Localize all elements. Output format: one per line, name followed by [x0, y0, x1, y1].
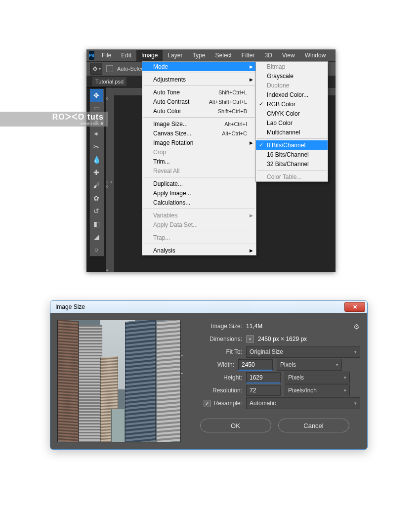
dodge-tool[interactable]: ○ [90, 243, 103, 256]
mode-menu-item-multichannel[interactable]: Multichannel [256, 128, 328, 137]
submenu-arrow-icon: ▶ [250, 77, 253, 82]
image-menu-item-crop: Crop [142, 147, 256, 157]
watermark-brand: ROᐳᐸO tuts [52, 113, 104, 121]
menu-select[interactable]: Select [210, 50, 236, 61]
menu-3d[interactable]: 3D [259, 50, 277, 61]
cancel-button[interactable]: Cancel [278, 419, 349, 432]
eraser-tool[interactable]: ◧ [90, 217, 103, 230]
image-menu-item-image-rotation[interactable]: Image Rotation▶ [142, 138, 256, 147]
resample-select[interactable]: Automatic▾ [246, 397, 360, 409]
menu-filter[interactable]: Filter [237, 50, 260, 61]
ok-button[interactable]: OK [200, 419, 271, 432]
mode-menu-item-8-bits-channel[interactable]: ✓8 Bits/Channel [256, 140, 328, 150]
mode-menu-item-color-table: Color Table... [256, 172, 328, 181]
check-icon: ✓ [259, 101, 263, 107]
mode-menu-item-16-bits-channel[interactable]: 16 Bits/Channel [256, 150, 328, 159]
image-menu-item-image-size[interactable]: Image Size...Alt+Ctrl+I [142, 119, 256, 128]
submenu-arrow-icon: ▶ [250, 140, 253, 145]
mode-submenu: BitmapGrayscaleDuotoneIndexed Color...✓R… [255, 61, 328, 182]
ps-logo-icon: Ps [89, 51, 94, 60]
dialog-title: Image Size [55, 303, 85, 310]
submenu-arrow-icon: ▶ [250, 213, 253, 218]
image-menu-item-canvas-size[interactable]: Canvas Size...Alt+Ctrl+C [142, 128, 256, 138]
check-icon: ✓ [259, 142, 263, 148]
image-menu-item-apply-data-set: Apply Data Set... [142, 220, 256, 229]
quick-select-tool[interactable]: ✶ [90, 128, 103, 140]
image-menu-item-analysis[interactable]: Analysis▶ [142, 246, 256, 255]
gear-icon[interactable]: ⚙ [353, 323, 360, 330]
image-menu: Mode▶Adjustments▶Auto ToneShift+Ctrl+LAu… [142, 61, 256, 255]
history-brush-tool[interactable]: ↺ [90, 205, 103, 217]
height-unit-select[interactable]: Pixels▾ [285, 372, 350, 383]
image-menu-item-variables: Variables▶ [142, 211, 256, 220]
image-menu-item-reveal-all: Reveal All [142, 166, 256, 175]
mode-menu-item-indexed-color[interactable]: Indexed Color... [256, 90, 328, 99]
menu-file[interactable]: File [97, 50, 116, 61]
menubar: Ps FileEditImageLayerTypeSelectFilter3DV… [86, 49, 336, 61]
menu-image[interactable]: Image [136, 50, 163, 61]
document-tab[interactable]: Tutorial.psd [92, 77, 126, 86]
menu-help[interactable]: Help [331, 50, 336, 61]
image-menu-item-apply-image[interactable]: Apply Image... [142, 188, 256, 198]
resolution-input[interactable]: 72 [246, 385, 281, 396]
mode-menu-item-lab-color[interactable]: Lab Color [256, 118, 328, 128]
brush-tool[interactable]: 🖌 [90, 179, 103, 192]
preview-thumbnail [57, 320, 181, 442]
dialog-close-button[interactable]: ✕ [344, 302, 365, 312]
image-menu-item-adjustments[interactable]: Adjustments▶ [142, 75, 256, 84]
image-menu-item-trim[interactable]: Trim... [142, 157, 256, 166]
width-label: Width: [192, 361, 234, 368]
mode-menu-item-grayscale[interactable]: Grayscale [256, 71, 328, 81]
image-menu-item-auto-tone[interactable]: Auto ToneShift+Ctrl+L [142, 87, 256, 97]
gradient-tool[interactable]: ◢ [90, 230, 103, 243]
move-tool[interactable]: ✥ [90, 89, 103, 102]
mode-menu-item-bitmap: Bitmap [256, 62, 328, 71]
watermark: ROᐳᐸO tuts www.roxo.ir [0, 112, 108, 127]
fit-to-select[interactable]: Original Size▾ [246, 346, 360, 358]
stamp-tool[interactable]: ✿ [90, 192, 103, 205]
image-menu-item-auto-color[interactable]: Auto ColorShift+Ctrl+B [142, 106, 256, 116]
move-tool-icon[interactable]: ✥▾ [90, 63, 102, 75]
crop-tool[interactable]: ✂ [90, 140, 103, 153]
healing-tool[interactable]: ✚ [90, 166, 103, 179]
image-menu-item-trap: Trap... [142, 233, 256, 242]
resample-checkbox[interactable]: ✓ [204, 400, 211, 407]
fit-to-label: Fit To: [189, 348, 242, 355]
menu-layer[interactable]: Layer [163, 50, 187, 61]
image-menu-item-auto-contrast[interactable]: Auto ContrastAlt+Shift+Ctrl+L [142, 97, 256, 106]
resolution-unit-select[interactable]: Pixels/Inch▾ [285, 384, 350, 396]
image-menu-item-calculations[interactable]: Calculations... [142, 198, 256, 207]
menu-window[interactable]: Window [300, 50, 331, 61]
image-menu-item-duplicate[interactable]: Duplicate... [142, 179, 256, 188]
mode-menu-item-duotone: Duotone [256, 81, 328, 90]
menu-edit[interactable]: Edit [116, 50, 136, 61]
eyedropper-tool[interactable]: 💧 [90, 153, 103, 166]
close-icon: ✕ [353, 304, 357, 310]
width-input[interactable]: 2450 [238, 359, 273, 371]
dialog-titlebar[interactable]: Image Size ✕ [50, 301, 367, 313]
image-size-value: 11,4M [246, 323, 262, 330]
width-unit-select[interactable]: Pixels▾ [277, 359, 342, 371]
mode-menu-item-rgb-color[interactable]: ✓RGB Color [256, 99, 328, 109]
image-size-dialog: Image Size ✕ Image Size: 11,4M ⚙ Dimensi… [50, 300, 368, 450]
height-label: Height: [189, 374, 242, 381]
submenu-arrow-icon: ▶ [250, 248, 253, 253]
auto-select-checkbox[interactable] [106, 65, 113, 72]
menu-view[interactable]: View [277, 50, 300, 61]
image-menu-item-mode[interactable]: Mode▶ [142, 62, 256, 71]
dimensions-label: Dimensions: [189, 336, 242, 342]
watermark-url: www.roxo.ir [81, 121, 104, 126]
submenu-arrow-icon: ▶ [250, 64, 253, 69]
mode-menu-item-32-bits-channel[interactable]: 32 Bits/Channel [256, 159, 328, 169]
resolution-label: Resolution: [189, 387, 242, 394]
menu-type[interactable]: Type [187, 50, 210, 61]
image-size-label: Image Size: [189, 323, 242, 330]
dimensions-disclose[interactable]: ▾ [246, 335, 254, 343]
dimensions-value: 2450 px × 1629 px [258, 336, 307, 342]
height-input[interactable]: 1629 [246, 372, 281, 383]
mode-menu-item-cmyk-color[interactable]: CMYK Color [256, 109, 328, 118]
resample-label: Resample: [214, 400, 242, 407]
